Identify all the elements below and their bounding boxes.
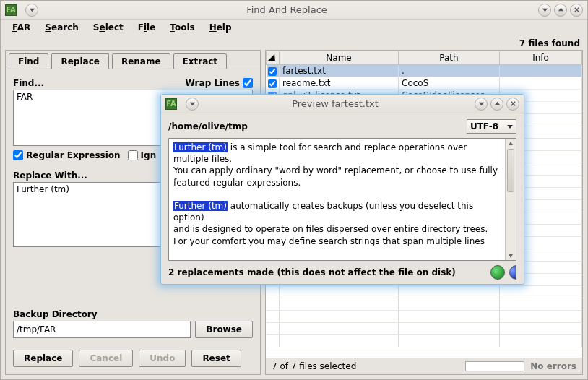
- table-row[interactable]: readme.txtCocoS: [267, 77, 582, 90]
- scroll-up-icon[interactable]: [506, 139, 516, 148]
- tab-extract[interactable]: Extract: [173, 53, 228, 69]
- regex-checkbox[interactable]: Regular Expression: [13, 150, 121, 160]
- menu-far[interactable]: FAR: [7, 21, 36, 34]
- col-info[interactable]: Info: [500, 51, 582, 65]
- scroll-thumb[interactable]: [507, 149, 514, 192]
- col-path[interactable]: Path: [399, 51, 500, 65]
- cell-name: readme.txt: [280, 77, 399, 90]
- undo-button[interactable]: Undo: [139, 350, 186, 367]
- preview-titlebar-menu-icon[interactable]: [186, 98, 199, 111]
- preview-status-msg: 2 replacements made (this does not affec…: [168, 267, 486, 277]
- progress-bar: [465, 361, 524, 371]
- match-highlight: Further (tm): [173, 142, 228, 152]
- svg-marker-10: [509, 142, 513, 145]
- window-title: Find And Replace: [38, 4, 535, 15]
- menu-select[interactable]: Select: [87, 21, 129, 34]
- svg-marker-1: [542, 9, 547, 12]
- scroll-down-icon[interactable]: [506, 251, 516, 260]
- ignore-checkbox[interactable]: Ign: [128, 150, 157, 160]
- cell-path: CocoS: [399, 77, 500, 90]
- backup-dir-input[interactable]: [13, 321, 191, 338]
- find-label: Find...: [13, 78, 44, 88]
- tabs: Find Replace Rename Extract: [6, 51, 260, 69]
- status-led-blue[interactable]: [509, 265, 516, 280]
- row-checkbox[interactable]: [268, 79, 277, 88]
- menubar: FAR Search Select File Tools Help: [1, 20, 587, 35]
- preview-minimize-icon[interactable]: [475, 98, 488, 111]
- backup-label: Backup Directory: [13, 309, 98, 319]
- menu-search[interactable]: Search: [39, 21, 84, 34]
- menu-file[interactable]: File: [132, 21, 162, 34]
- status-selected: 7 of 7 files selected: [272, 361, 356, 371]
- encoding-select[interactable]: UTF-8: [467, 119, 516, 134]
- match-highlight: Further (tm): [173, 201, 228, 211]
- preview-scrollbar[interactable]: [505, 139, 516, 260]
- reset-button[interactable]: Reset: [191, 350, 241, 367]
- preview-close-icon[interactable]: [506, 98, 519, 111]
- status-bar: 7 of 7 files selected No errors: [266, 358, 582, 374]
- preview-app-icon: FA: [165, 98, 177, 110]
- app-icon: FA: [5, 4, 17, 16]
- minimize-icon[interactable]: [538, 4, 551, 17]
- cancel-button[interactable]: Cancel: [79, 350, 133, 367]
- close-icon[interactable]: [570, 4, 583, 17]
- cell-name: fartest.txt: [280, 65, 399, 77]
- svg-marker-11: [509, 254, 513, 258]
- titlebar-menu-icon[interactable]: [25, 4, 38, 17]
- col-select-all[interactable]: [267, 51, 280, 65]
- preview-body: /home/olive/tmp UTF-8 Further (tm) is a …: [161, 113, 524, 284]
- files-found-label: 7 files found: [5, 38, 583, 50]
- svg-marker-2: [558, 8, 563, 12]
- main-titlebar[interactable]: FA Find And Replace: [1, 1, 587, 20]
- cell-info: [500, 65, 582, 77]
- preview-title: Preview fartest.txt: [199, 98, 472, 109]
- col-name[interactable]: Name: [280, 51, 399, 65]
- wrap-lines-input[interactable]: [243, 78, 253, 88]
- preview-titlebar[interactable]: FA Preview fartest.txt: [161, 95, 524, 113]
- svg-marker-5: [189, 103, 194, 106]
- wrap-lines-checkbox[interactable]: Wrap Lines: [186, 78, 253, 88]
- replace-button[interactable]: Replace: [13, 350, 73, 367]
- svg-marker-6: [478, 103, 483, 106]
- row-checkbox[interactable]: [268, 67, 277, 76]
- table-row[interactable]: fartest.txt.: [267, 65, 582, 77]
- status-led-green[interactable]: [490, 265, 505, 280]
- browse-button[interactable]: Browse: [195, 321, 253, 338]
- preview-window[interactable]: FA Preview fartest.txt /home/olive/tmp U…: [160, 94, 524, 285]
- preview-text[interactable]: Further (tm) is a simple tool for search…: [168, 138, 516, 261]
- tab-rename[interactable]: Rename: [112, 53, 170, 69]
- cell-path: .: [399, 65, 500, 77]
- maximize-icon[interactable]: [554, 4, 567, 17]
- preview-maximize-icon[interactable]: [490, 98, 503, 111]
- chevron-down-icon: [507, 125, 513, 129]
- svg-marker-0: [29, 9, 34, 12]
- tab-find[interactable]: Find: [9, 53, 48, 69]
- menu-tools[interactable]: Tools: [164, 21, 200, 34]
- menu-help[interactable]: Help: [204, 21, 238, 34]
- preview-path: /home/olive/tmp: [168, 121, 467, 131]
- regex-input[interactable]: [13, 150, 23, 160]
- svg-marker-7: [494, 102, 499, 105]
- cell-info: [500, 77, 582, 90]
- replace-label: Replace With...: [13, 170, 87, 181]
- status-errors: No errors: [530, 361, 576, 371]
- ignore-input[interactable]: [128, 150, 138, 160]
- tab-replace[interactable]: Replace: [51, 53, 108, 69]
